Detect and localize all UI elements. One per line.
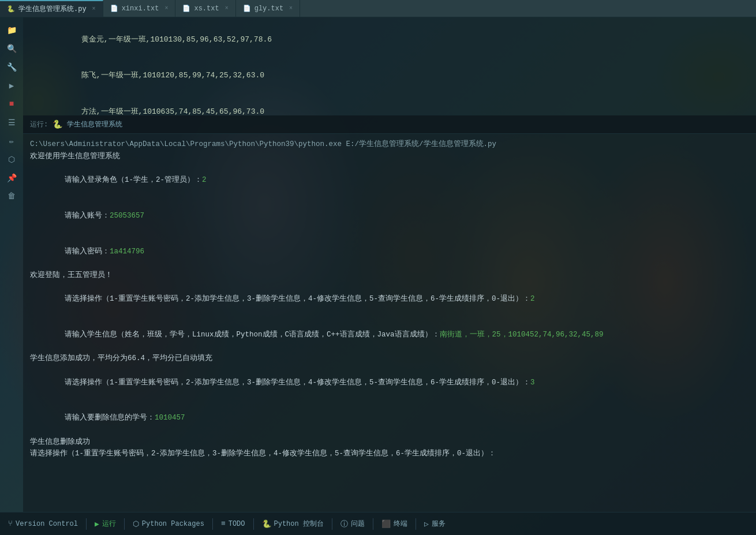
status-run[interactable]: ▶ 运行	[89, 512, 122, 535]
status-bar: ⑂ Version Control ▶ 运行 ⬡ Python Packages…	[0, 512, 756, 535]
terminal-line-input-student: 请输入学生信息（姓名，班级，学号，Linux成绩，Python成绩，C语言成绩，…	[30, 317, 749, 353]
python-console-icon: 🐍	[262, 519, 271, 529]
tab-label-2: xinxi.txt	[122, 5, 159, 13]
terminal-line-account: 请输入账号：25053657	[30, 198, 749, 234]
terminal-line-op3: 请选择操作（1-重置学生账号密码，2-添加学生信息，3-删除学生信息，4-修改学…	[30, 448, 749, 460]
version-control-icon: ⑂	[8, 519, 13, 528]
tab-close-icon-3[interactable]: ×	[225, 5, 229, 12]
terminal-line-op1: 请选择操作（1-重置学生账号密码，2-添加学生信息，3-删除学生信息，4-修改学…	[30, 282, 749, 317]
problems-label: 问题	[351, 519, 365, 529]
tab-close-icon[interactable]: ×	[92, 6, 96, 12]
terminal-line-delete-success: 学生信息删除成功	[30, 436, 749, 448]
tab-label-3: xs.txt	[194, 5, 219, 13]
terminal-command: C:\Users\Administrator\AppData\Local\Pro…	[30, 139, 749, 151]
python-packages-label: Python Packages	[142, 520, 204, 528]
status-todo[interactable]: ≡ TODO	[215, 512, 251, 535]
terminal-line-welcome-admin: 欢迎登陆，王五管理员！	[30, 270, 749, 282]
status-divider-4	[253, 518, 254, 530]
tab-gly[interactable]: 📄 gly.txt ×	[236, 0, 300, 17]
terminal-app-icon: 🐍	[53, 119, 62, 129]
editor-area: 黄金元,一年级一班,1010130,85,96,63,52,97,78.6 陈飞…	[23, 17, 756, 115]
tab-label-4: gly.txt	[255, 5, 283, 13]
status-services[interactable]: ▷ 服务	[418, 512, 451, 535]
python-packages-icon: ⬡	[133, 519, 139, 529]
problems-icon: ⓘ	[340, 519, 348, 529]
left-sidebar: 📁 🔍 🔧 ▶ ■ ☰ ✏ ⬡ 📌 🗑	[0, 17, 23, 512]
python-icon: 🐍	[7, 5, 15, 13]
tab-xinxi[interactable]: 📄 xinxi.txt ×	[103, 0, 176, 17]
status-python-packages[interactable]: ⬡ Python Packages	[127, 512, 210, 535]
sidebar-icon-stack[interactable]: ⬡	[3, 151, 20, 167]
run-prefix-label: 运行:	[30, 119, 48, 129]
status-divider-6	[373, 518, 373, 530]
file-icon-3: 📄	[243, 5, 251, 12]
tab-close-icon-4[interactable]: ×	[289, 5, 293, 12]
terminal-header: 运行: 🐍 学生信息管理系统	[23, 115, 756, 134]
terminal-icon: ⬛	[381, 519, 391, 529]
status-divider-7	[416, 518, 416, 530]
sidebar-icon-list[interactable]: ☰	[3, 114, 20, 130]
terminal-line-role: 请输入登录角色（1-学生，2-管理员）：2	[30, 162, 749, 198]
terminal-line-password: 请输入密码：1a414796	[30, 234, 749, 270]
terminal-label: 终端	[394, 519, 407, 529]
status-python-console[interactable]: 🐍 Python 控制台	[256, 512, 330, 535]
terminal-line-op2: 请选择操作（1-重置学生账号密码，2-添加学生信息，3-删除学生信息，4-修改学…	[30, 365, 749, 401]
sidebar-icon-pin[interactable]: 📌	[3, 170, 20, 186]
terminal-line-add-success: 学生信息添加成功，平均分为66.4，平均分已自动填充	[30, 353, 749, 365]
todo-icon: ≡	[221, 519, 226, 528]
file-icon-2: 📄	[182, 5, 190, 12]
sidebar-icon-folder[interactable]: 📁	[3, 22, 20, 38]
status-divider-2	[124, 518, 125, 530]
tab-label: 学生信息管理系统.py	[18, 4, 87, 14]
file-icon-1: 📄	[110, 5, 118, 12]
sidebar-icon-stop[interactable]: ■	[3, 96, 20, 112]
sidebar-icon-wrench[interactable]: 🔧	[3, 59, 20, 75]
code-line-1: 黄金元,一年级一班,1010130,85,96,63,52,97,78.6	[30, 22, 749, 58]
tab-bar: 🐍 学生信息管理系统.py × 📄 xinxi.txt × 📄 xs.txt ×…	[0, 0, 756, 17]
terminal-body: C:\Users\Administrator\AppData\Local\Pro…	[23, 134, 756, 465]
version-control-label: Version Control	[16, 520, 78, 528]
terminal-line-delete-id: 请输入要删除信息的学号：1010457	[30, 401, 749, 436]
sidebar-icon-run[interactable]: ▶	[3, 77, 20, 93]
code-line-2: 陈飞,一年级一班,1010120,85,99,74,25,32,63.0	[30, 58, 749, 93]
sidebar-icon-search[interactable]: 🔍	[3, 40, 20, 57]
status-divider-5	[332, 518, 332, 530]
tab-close-icon-2[interactable]: ×	[164, 5, 168, 12]
run-label: 运行	[102, 519, 116, 529]
tab-xs[interactable]: 📄 xs.txt ×	[175, 0, 235, 17]
run-icon: ▶	[95, 519, 99, 529]
main-content: 黄金元,一年级一班,1010130,85,96,63,52,97,78.6 陈飞…	[23, 17, 756, 512]
terminal-app-name: 学生信息管理系统	[67, 119, 122, 129]
status-divider-3	[212, 518, 213, 530]
services-label: 服务	[432, 519, 446, 529]
python-console-label: Python 控制台	[274, 519, 324, 529]
status-problems[interactable]: ⓘ 问题	[335, 512, 370, 535]
code-line-3: 方法,一年级一班,1010635,74,85,45,65,96,73.0	[30, 94, 749, 115]
status-version-control[interactable]: ⑂ Version Control	[2, 512, 84, 535]
services-icon: ▷	[424, 519, 429, 529]
sidebar-icon-trash[interactable]: 🗑	[3, 188, 20, 204]
terminal-line-welcome: 欢迎使用学生信息管理系统	[30, 151, 749, 163]
tab-python-file[interactable]: 🐍 学生信息管理系统.py ×	[0, 0, 103, 17]
status-divider-1	[86, 518, 87, 530]
status-terminal[interactable]: ⬛ 终端	[376, 512, 413, 535]
todo-label: TODO	[229, 520, 245, 528]
terminal-area: 运行: 🐍 学生信息管理系统 C:\Users\Administrator\Ap…	[23, 115, 756, 512]
sidebar-icon-edit[interactable]: ✏	[3, 133, 20, 149]
